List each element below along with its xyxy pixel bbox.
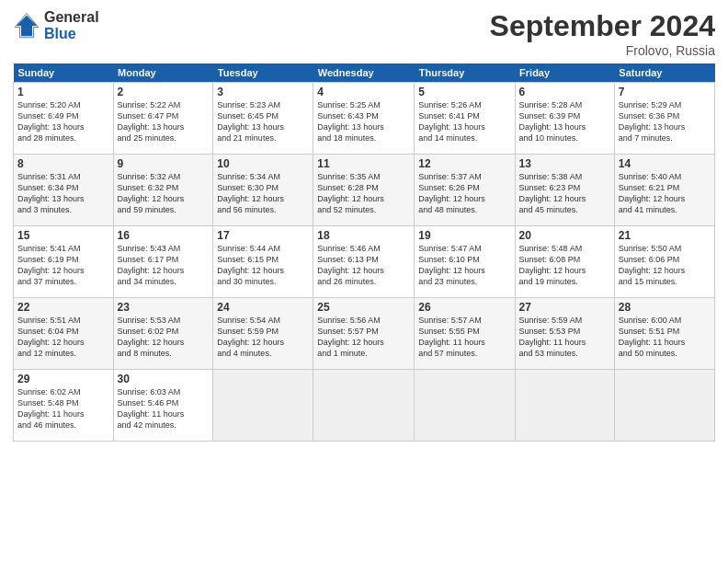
calendar-cell	[213, 370, 313, 442]
calendar-cell: 8Sunrise: 5:31 AM Sunset: 6:34 PM Daylig…	[14, 155, 114, 226]
header-day: Monday	[113, 63, 213, 83]
calendar-cell: 26Sunrise: 5:57 AM Sunset: 5:55 PM Dayli…	[415, 298, 515, 370]
calendar-cell: 30Sunrise: 6:03 AM Sunset: 5:46 PM Dayli…	[113, 370, 213, 442]
day-info: Sunrise: 5:35 AM Sunset: 6:28 PM Dayligh…	[317, 171, 410, 216]
calendar-cell	[614, 370, 714, 442]
calendar-cell: 4Sunrise: 5:25 AM Sunset: 6:43 PM Daylig…	[313, 83, 415, 155]
day-number: 28	[619, 301, 711, 314]
logo-general-text: General	[44, 9, 99, 26]
calendar-cell: 5Sunrise: 5:26 AM Sunset: 6:41 PM Daylig…	[415, 83, 515, 155]
day-number: 14	[619, 157, 711, 170]
day-info: Sunrise: 5:47 AM Sunset: 6:10 PM Dayligh…	[418, 243, 510, 288]
logo: General Blue	[13, 9, 99, 41]
calendar-week: 22Sunrise: 5:51 AM Sunset: 6:04 PM Dayli…	[14, 298, 715, 370]
day-info: Sunrise: 5:53 AM Sunset: 6:02 PM Dayligh…	[118, 315, 210, 360]
day-number: 30	[118, 373, 210, 385]
calendar-cell: 15Sunrise: 5:41 AM Sunset: 6:19 PM Dayli…	[14, 226, 114, 298]
day-info: Sunrise: 5:51 AM Sunset: 6:04 PM Dayligh…	[17, 315, 109, 360]
calendar-week: 1Sunrise: 5:20 AM Sunset: 6:49 PM Daylig…	[14, 83, 715, 155]
calendar-cell: 7Sunrise: 5:29 AM Sunset: 6:36 PM Daylig…	[614, 83, 714, 155]
day-number: 27	[519, 301, 610, 314]
day-number: 7	[619, 86, 711, 98]
calendar-cell: 9Sunrise: 5:32 AM Sunset: 6:32 PM Daylig…	[113, 155, 213, 226]
logo-icon	[13, 12, 40, 40]
day-info: Sunrise: 5:34 AM Sunset: 6:30 PM Dayligh…	[217, 171, 309, 216]
calendar-week: 8Sunrise: 5:31 AM Sunset: 6:34 PM Daylig…	[14, 155, 715, 226]
day-info: Sunrise: 5:57 AM Sunset: 5:55 PM Dayligh…	[418, 315, 510, 360]
day-number: 11	[317, 157, 410, 170]
calendar-cell: 19Sunrise: 5:47 AM Sunset: 6:10 PM Dayli…	[415, 226, 515, 298]
day-number: 12	[418, 157, 510, 170]
calendar-cell: 14Sunrise: 5:40 AM Sunset: 6:21 PM Dayli…	[614, 155, 714, 226]
calendar-week: 29Sunrise: 6:02 AM Sunset: 5:48 PM Dayli…	[14, 370, 715, 442]
calendar-cell: 22Sunrise: 5:51 AM Sunset: 6:04 PM Dayli…	[14, 298, 114, 370]
day-info: Sunrise: 5:54 AM Sunset: 5:59 PM Dayligh…	[217, 315, 309, 360]
calendar-cell: 20Sunrise: 5:48 AM Sunset: 6:08 PM Dayli…	[515, 226, 614, 298]
day-number: 24	[217, 301, 309, 314]
day-info: Sunrise: 5:37 AM Sunset: 6:26 PM Dayligh…	[418, 171, 510, 216]
day-info: Sunrise: 5:41 AM Sunset: 6:19 PM Dayligh…	[17, 243, 109, 288]
day-number: 5	[418, 86, 510, 98]
header: General Blue September 2024 Frolovo, Rus…	[13, 9, 715, 58]
day-info: Sunrise: 5:59 AM Sunset: 5:53 PM Dayligh…	[519, 315, 610, 360]
calendar-cell: 28Sunrise: 6:00 AM Sunset: 5:51 PM Dayli…	[614, 298, 714, 370]
calendar-cell: 25Sunrise: 5:56 AM Sunset: 5:57 PM Dayli…	[313, 298, 415, 370]
day-info: Sunrise: 6:00 AM Sunset: 5:51 PM Dayligh…	[619, 315, 711, 360]
calendar-cell: 21Sunrise: 5:50 AM Sunset: 6:06 PM Dayli…	[614, 226, 714, 298]
day-info: Sunrise: 5:38 AM Sunset: 6:23 PM Dayligh…	[519, 171, 610, 216]
calendar-cell	[313, 370, 415, 442]
day-info: Sunrise: 5:56 AM Sunset: 5:57 PM Dayligh…	[317, 315, 410, 360]
calendar-cell: 24Sunrise: 5:54 AM Sunset: 5:59 PM Dayli…	[213, 298, 313, 370]
calendar-cell: 23Sunrise: 5:53 AM Sunset: 6:02 PM Dayli…	[113, 298, 213, 370]
day-info: Sunrise: 5:50 AM Sunset: 6:06 PM Dayligh…	[619, 243, 711, 288]
day-number: 6	[519, 86, 610, 98]
calendar-cell: 27Sunrise: 5:59 AM Sunset: 5:53 PM Dayli…	[515, 298, 614, 370]
page: General Blue September 2024 Frolovo, Rus…	[0, 0, 728, 563]
title-block: September 2024 Frolovo, Russia	[490, 9, 715, 58]
header-row: SundayMondayTuesdayWednesdayThursdayFrid…	[14, 63, 715, 83]
day-number: 2	[118, 86, 210, 98]
header-day: Saturday	[614, 63, 714, 83]
day-number: 26	[418, 301, 510, 314]
calendar-cell: 18Sunrise: 5:46 AM Sunset: 6:13 PM Dayli…	[313, 226, 415, 298]
day-number: 9	[118, 157, 210, 170]
day-info: Sunrise: 5:28 AM Sunset: 6:39 PM Dayligh…	[519, 99, 610, 144]
day-number: 22	[17, 301, 109, 314]
day-number: 19	[418, 229, 510, 242]
calendar-cell: 6Sunrise: 5:28 AM Sunset: 6:39 PM Daylig…	[515, 83, 614, 155]
day-info: Sunrise: 6:03 AM Sunset: 5:46 PM Dayligh…	[118, 386, 210, 431]
day-number: 3	[217, 86, 309, 98]
day-info: Sunrise: 5:48 AM Sunset: 6:08 PM Dayligh…	[519, 243, 610, 288]
month-title: September 2024	[490, 9, 715, 43]
day-info: Sunrise: 5:31 AM Sunset: 6:34 PM Dayligh…	[17, 171, 109, 216]
calendar-table: SundayMondayTuesdayWednesdayThursdayFrid…	[13, 63, 715, 442]
calendar-cell: 12Sunrise: 5:37 AM Sunset: 6:26 PM Dayli…	[415, 155, 515, 226]
header-day: Friday	[515, 63, 614, 83]
calendar-cell	[515, 370, 614, 442]
calendar-cell: 13Sunrise: 5:38 AM Sunset: 6:23 PM Dayli…	[515, 155, 614, 226]
day-number: 18	[317, 229, 410, 242]
day-info: Sunrise: 6:02 AM Sunset: 5:48 PM Dayligh…	[17, 386, 109, 431]
location: Frolovo, Russia	[490, 43, 715, 58]
day-info: Sunrise: 5:23 AM Sunset: 6:45 PM Dayligh…	[217, 99, 309, 144]
calendar-cell: 2Sunrise: 5:22 AM Sunset: 6:47 PM Daylig…	[113, 83, 213, 155]
day-info: Sunrise: 5:26 AM Sunset: 6:41 PM Dayligh…	[418, 99, 510, 144]
day-number: 21	[619, 229, 711, 242]
logo-blue-text: Blue	[44, 26, 99, 42]
day-number: 4	[317, 86, 410, 98]
day-info: Sunrise: 5:20 AM Sunset: 6:49 PM Dayligh…	[17, 99, 109, 144]
day-number: 10	[217, 157, 309, 170]
calendar-cell: 10Sunrise: 5:34 AM Sunset: 6:30 PM Dayli…	[213, 155, 313, 226]
day-info: Sunrise: 5:40 AM Sunset: 6:21 PM Dayligh…	[619, 171, 711, 216]
day-number: 23	[118, 301, 210, 314]
day-info: Sunrise: 5:44 AM Sunset: 6:15 PM Dayligh…	[217, 243, 309, 288]
day-info: Sunrise: 5:22 AM Sunset: 6:47 PM Dayligh…	[118, 99, 210, 144]
calendar-week: 15Sunrise: 5:41 AM Sunset: 6:19 PM Dayli…	[14, 226, 715, 298]
calendar-cell: 3Sunrise: 5:23 AM Sunset: 6:45 PM Daylig…	[213, 83, 313, 155]
day-number: 8	[17, 157, 109, 170]
calendar-cell: 16Sunrise: 5:43 AM Sunset: 6:17 PM Dayli…	[113, 226, 213, 298]
day-number: 29	[17, 373, 109, 385]
day-number: 15	[17, 229, 109, 242]
day-info: Sunrise: 5:29 AM Sunset: 6:36 PM Dayligh…	[619, 99, 711, 144]
day-info: Sunrise: 5:46 AM Sunset: 6:13 PM Dayligh…	[317, 243, 410, 288]
